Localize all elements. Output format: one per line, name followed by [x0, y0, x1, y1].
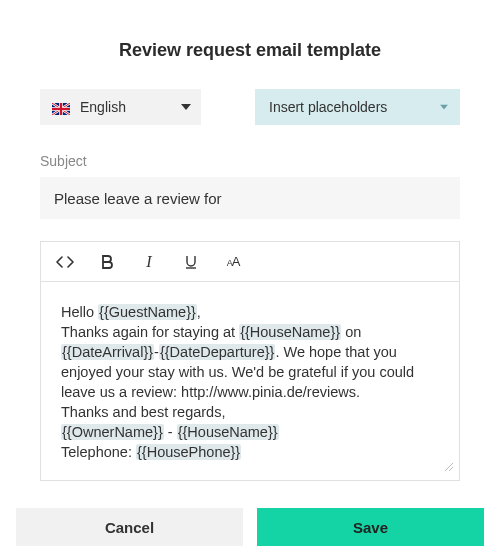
- placeholder-token: {{DateArrival}}: [61, 344, 154, 360]
- subject-input[interactable]: [40, 177, 460, 219]
- svg-line-6: [445, 463, 453, 471]
- underline-button[interactable]: [181, 252, 201, 272]
- insert-placeholders-select[interactable]: Insert placeholders: [255, 89, 460, 125]
- body-text: on: [341, 324, 361, 340]
- save-button[interactable]: Save: [257, 508, 484, 546]
- font-size-button[interactable]: AA: [223, 252, 243, 272]
- body-text: Hello: [61, 304, 98, 320]
- svg-rect-4: [52, 108, 70, 110]
- body-text: Telephone:: [61, 444, 136, 460]
- bold-button[interactable]: [97, 252, 117, 272]
- svg-line-7: [449, 467, 453, 471]
- chevron-down-icon: [440, 105, 448, 110]
- italic-button[interactable]: I: [139, 252, 159, 272]
- email-body-editor: I AA Hello {{GuestName}},Thanks again fo…: [40, 241, 460, 481]
- language-label: English: [80, 99, 126, 115]
- placeholder-token: {{HousePhone}}: [136, 444, 241, 460]
- cancel-button[interactable]: Cancel: [16, 508, 243, 546]
- placeholder-token: {{HouseName}}: [239, 324, 341, 340]
- subject-label: Subject: [40, 153, 460, 169]
- language-select[interactable]: English: [40, 89, 201, 125]
- insert-placeholders-label: Insert placeholders: [269, 99, 387, 115]
- placeholder-token: {{OwnerName}}: [61, 424, 164, 440]
- placeholder-token: {{GuestName}}: [98, 304, 197, 320]
- chevron-down-icon: [181, 104, 191, 110]
- body-text: ,: [197, 304, 201, 320]
- placeholder-token: {{HouseName}}: [177, 424, 279, 440]
- body-text: Thanks again for staying at: [61, 324, 239, 340]
- page-title: Review request email template: [40, 40, 460, 61]
- resize-handle-icon[interactable]: [443, 456, 453, 476]
- body-text: Thanks and best regards,: [61, 404, 225, 420]
- email-body-textarea[interactable]: Hello {{GuestName}},Thanks again for sta…: [41, 282, 459, 480]
- placeholder-token: {{DateDeparture}}: [159, 344, 275, 360]
- uk-flag-icon: [52, 101, 70, 113]
- editor-toolbar: I AA: [41, 242, 459, 282]
- body-text: -: [164, 424, 177, 440]
- code-view-button[interactable]: [55, 252, 75, 272]
